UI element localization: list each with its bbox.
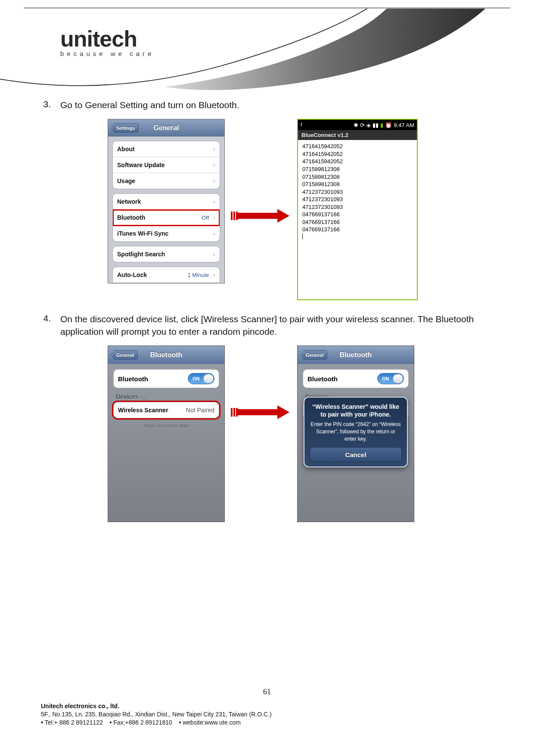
- toggle-label: Bluetooth: [118, 375, 148, 383]
- toggle-state-2: ON: [382, 376, 389, 381]
- android-status-bar: f ✱ ⟳ ◈ ▮▮ ▮ ⏰ 9:47 AM: [298, 120, 417, 130]
- bluetooth-toggle-row-2: Bluetooth ON: [303, 369, 409, 388]
- row-usage[interactable]: Usage ›: [113, 173, 220, 189]
- logo: unitech because we care: [60, 26, 154, 57]
- sync-icon: ⟳: [360, 122, 365, 128]
- label-network: Network: [117, 198, 141, 205]
- battery-icon: ▮: [380, 122, 383, 128]
- status-left-icon: f: [301, 122, 302, 128]
- row-network[interactable]: Network ›: [113, 194, 220, 210]
- footer-contacts: • Tel: + 886 2 89121122 • Fax: +886 2 89…: [41, 719, 493, 726]
- discoverable-label: Now Discoverable: [108, 423, 224, 429]
- row-software-update[interactable]: Software Update ›: [113, 157, 220, 173]
- chevron-right-icon: ›: [213, 177, 215, 184]
- autolock-value: 1 Minute: [187, 272, 209, 278]
- pairing-dialog: “Wireless Scanner” would like to pair wi…: [304, 397, 408, 467]
- web-label: website:: [183, 719, 205, 726]
- chevron-right-icon: ›: [213, 251, 215, 258]
- bullet-icon: •: [179, 719, 181, 726]
- row-spotlight[interactable]: Spotlight Search ›: [113, 246, 220, 262]
- step-4: 4. On the discovered device list, click …: [39, 313, 495, 338]
- label-about: About: [117, 146, 134, 152]
- bt-nav-bar: General Bluetooth: [108, 346, 224, 364]
- red-arrow-icon: [231, 406, 291, 419]
- scan-line: 047669137166: [302, 218, 413, 226]
- ios-bluetooth-list-screenshot: General Bluetooth Bluetooth ON Devices W…: [108, 345, 225, 522]
- label-autolock: Auto-Lock: [117, 271, 147, 278]
- nav-title-bluetooth-2: Bluetooth: [340, 351, 372, 359]
- ios-general-settings-screenshot: Settings General About › Software Update…: [108, 119, 225, 283]
- tel-label: Tel:: [45, 719, 54, 726]
- scan-line: 4712372301093: [302, 203, 413, 211]
- footer-address: 5F., No.135, Ln. 235, Baoqiao Rd., Xindi…: [41, 711, 493, 718]
- chevron-right-icon: ›: [213, 271, 215, 278]
- label-bluetooth: Bluetooth: [117, 214, 145, 221]
- back-button-settings[interactable]: Settings: [111, 123, 139, 133]
- text-cursor: [302, 233, 303, 240]
- chevron-right-icon: ›: [213, 198, 215, 205]
- logo-tagline: because we care: [60, 50, 154, 57]
- scan-line: 4716415942052: [302, 158, 413, 165]
- spinner-icon: [141, 394, 147, 400]
- toggle-knob: [203, 374, 214, 383]
- scan-line: 047669137166: [302, 226, 413, 233]
- label-spotlight: Spotlight Search: [117, 251, 165, 258]
- cancel-button[interactable]: Cancel: [310, 447, 402, 462]
- step-4-figures: General Bluetooth Bluetooth ON Devices W…: [108, 345, 495, 522]
- label-usage: Usage: [117, 177, 135, 184]
- scan-line: 047669137166: [302, 211, 413, 218]
- step-4-number: 4.: [39, 313, 51, 338]
- settings-group-4: Auto-Lock 1 Minute ›: [112, 267, 220, 283]
- bluetooth-toggle[interactable]: ON: [188, 373, 214, 384]
- devices-label: Devices: [116, 393, 139, 400]
- tel-value: + 886 2 89121122: [54, 719, 103, 726]
- row-itunes-wifi-sync[interactable]: iTunes Wi-Fi Sync ›: [113, 226, 220, 241]
- scan-line: 4712372301093: [302, 188, 413, 196]
- red-arrow-icon: [231, 209, 291, 222]
- bullet-icon: •: [41, 719, 43, 726]
- bluetooth-value: Off: [202, 215, 209, 221]
- settings-group-1: About › Software Update › Usage ›: [112, 141, 220, 189]
- device-name: Wireless Scanner: [118, 407, 168, 414]
- back-button-general[interactable]: General: [111, 350, 138, 360]
- scan-line: 4716415942052: [302, 150, 413, 158]
- back-button-general-2[interactable]: General: [300, 350, 327, 360]
- bluetooth-icon: ✱: [354, 122, 358, 128]
- row-autolock[interactable]: Auto-Lock 1 Minute ›: [113, 267, 220, 283]
- dialog-title: “Wireless Scanner” would like to pair wi…: [310, 403, 402, 418]
- android-output-area[interactable]: 4716415942052 4716415942052 471641594205…: [298, 140, 417, 299]
- step-3: 3. Go to General Setting and turn on Blu…: [39, 99, 495, 111]
- alarm-icon: ⏰: [385, 122, 392, 128]
- device-row-wireless-scanner[interactable]: Wireless Scanner Not Paired: [113, 402, 219, 418]
- row-about[interactable]: About ›: [113, 141, 220, 157]
- bluetooth-toggle-2[interactable]: ON: [377, 373, 404, 384]
- bt-nav-bar-2: General Bluetooth: [298, 346, 414, 364]
- device-status: Not Paired: [186, 407, 214, 414]
- android-app-title: BlueConnect v1.2: [298, 130, 417, 140]
- fax-label: Fax:: [113, 719, 125, 726]
- step-3-number: 3.: [39, 99, 51, 111]
- footer-company: Unitech electronics co., ltd.: [41, 703, 493, 709]
- settings-group-2: Network › Bluetooth Off › iTunes Wi-Fi S…: [112, 193, 220, 242]
- toggle-label-2: Bluetooth: [307, 375, 338, 383]
- page-footer: 61 Unitech electronics co., ltd. 5F., No…: [41, 688, 493, 726]
- devices-header: Devices: [116, 393, 217, 400]
- ios-bluetooth-pairing-screenshot: General Bluetooth Bluetooth ON Devices W…: [297, 345, 414, 522]
- toggle-knob-2: [393, 374, 403, 383]
- signal-icon: ▮▮: [373, 122, 379, 128]
- android-blueconnect-screenshot: f ✱ ⟳ ◈ ▮▮ ▮ ⏰ 9:47 AM BlueConnect v1.2 …: [297, 119, 418, 300]
- fax-value: +886 2 89121810: [125, 719, 172, 726]
- step-4-text: On the discovered device list, click [Wi…: [60, 313, 495, 338]
- label-software-update: Software Update: [117, 162, 165, 168]
- step-3-figures: Settings General About › Software Update…: [108, 119, 495, 300]
- status-time: 9:47 AM: [394, 122, 414, 128]
- page-number: 61: [41, 688, 493, 697]
- row-bluetooth[interactable]: Bluetooth Off ›: [113, 210, 220, 226]
- scan-line: 071589812308: [302, 165, 413, 173]
- scan-line: 4716415942052: [302, 143, 413, 150]
- chevron-right-icon: ›: [213, 230, 215, 237]
- bluetooth-toggle-row: Bluetooth ON: [113, 369, 219, 388]
- scan-line: 4712372301093: [302, 196, 413, 203]
- ios-nav-bar: Settings General: [108, 119, 224, 137]
- chevron-right-icon: ›: [213, 214, 215, 221]
